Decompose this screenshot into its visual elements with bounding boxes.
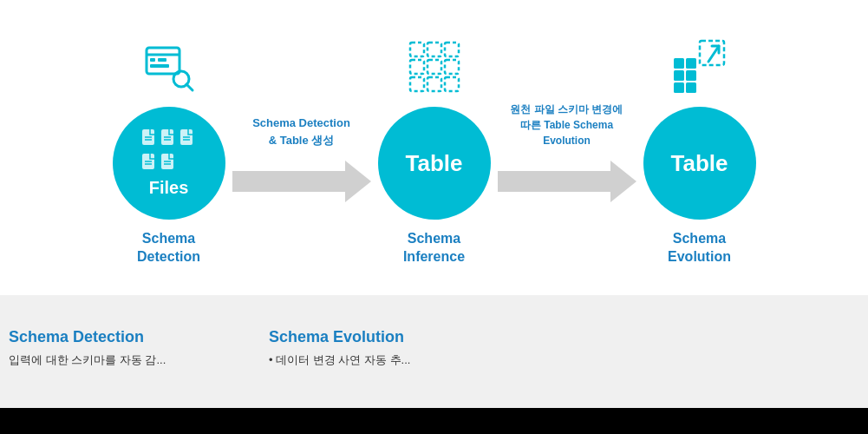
svg-rect-34 (686, 58, 696, 69)
circle-table-evolution: Table (643, 107, 756, 220)
svg-rect-27 (427, 60, 441, 74)
circle-files-label: Files (149, 177, 189, 198)
bottom-area: Schema Detection 입력에 대한 스키마를 자동 감... Sch… (0, 295, 868, 434)
bottom-left-title: Schema Detection (9, 312, 260, 346)
step-label-schema-inference: Schema Inference (403, 230, 465, 266)
arrow-1-section: Schema Detection & Table 생성 (225, 96, 378, 207)
bottom-left-subtitle: 입력에 대한 스키마를 자동 감... (9, 352, 260, 369)
circle-table-inference-label: Table (406, 150, 463, 177)
svg-rect-39 (700, 41, 724, 65)
svg-rect-37 (674, 82, 684, 93)
table-dashed-icon (407, 39, 462, 95)
svg-rect-29 (410, 77, 424, 91)
file-icon (141, 153, 159, 174)
search-browser-icon (143, 41, 195, 93)
circle-table-evolution-label: Table (671, 150, 728, 177)
arrow2-label: 원천 파일 스키마 변경에 따른 Table Schema Evolution (510, 102, 623, 148)
black-bar (0, 408, 868, 434)
bottom-right-subtitle: • 데이터 변경 사연 자동 추... (269, 352, 520, 369)
step-label-schema-evolution: Schema Evolution (668, 230, 731, 266)
svg-rect-24 (427, 43, 441, 56)
step-label-schema-detection: Schema Detection (137, 230, 200, 266)
table-evolve-icon (672, 39, 728, 95)
svg-rect-33 (674, 58, 684, 69)
arrow-2-section: 원천 파일 스키마 변경에 따른 Table Schema Evolution (491, 96, 643, 207)
svg-marker-22 (232, 161, 371, 202)
svg-line-6 (186, 84, 193, 90)
svg-rect-4 (150, 64, 169, 68)
file-icon (160, 128, 178, 149)
arrow1 (232, 155, 371, 207)
svg-rect-38 (686, 82, 696, 93)
step-schema-detection: Files Schema Detection (113, 37, 225, 266)
bottom-right-title: Schema Evolution (269, 312, 520, 346)
arrow1-label: Schema Detection & Table 생성 (252, 115, 350, 148)
svg-rect-36 (686, 70, 696, 81)
circle-table-inference: Table (378, 107, 491, 220)
circle-files: Files (113, 107, 225, 220)
bottom-right-section: Schema Evolution • 데이터 변경 사연 자동 추... (260, 312, 520, 369)
svg-rect-2 (150, 58, 155, 62)
flow-diagram: Files Schema Detection Schema Detection … (35, 37, 833, 266)
svg-rect-23 (410, 43, 424, 56)
step-schema-evolution: Table Schema Evolution (643, 37, 756, 266)
svg-rect-3 (158, 58, 166, 62)
svg-rect-31 (445, 77, 459, 91)
svg-rect-35 (674, 70, 684, 81)
svg-rect-30 (427, 77, 441, 91)
bottom-left-section: Schema Detection 입력에 대한 스키마를 자동 감... (0, 312, 260, 369)
file-icon (160, 153, 178, 174)
svg-rect-26 (410, 60, 424, 74)
file-icon (141, 128, 159, 149)
svg-rect-25 (445, 43, 459, 56)
file-icon (179, 128, 197, 149)
main-area: Files Schema Detection Schema Detection … (0, 0, 868, 295)
svg-rect-28 (445, 60, 459, 74)
svg-marker-32 (498, 161, 636, 202)
svg-line-40 (708, 46, 719, 62)
arrow2 (498, 155, 636, 207)
step-schema-inference: Table Schema Inference (378, 37, 491, 266)
